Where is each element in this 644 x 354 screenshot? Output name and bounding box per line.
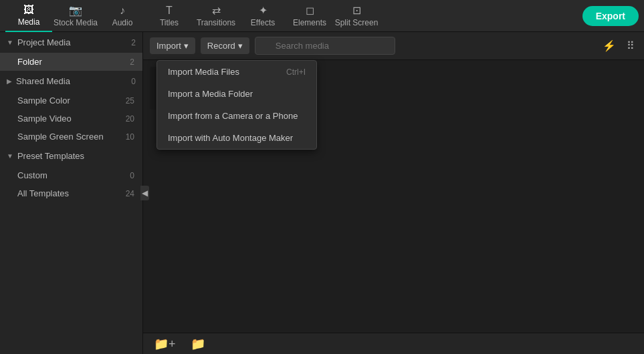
sidebar-preset-templates-label: Preset Templates	[17, 151, 84, 161]
dropdown-item-import-media-files[interactable]: Import Media Files Ctrl+I	[157, 61, 316, 83]
sidebar-item-custom[interactable]: Custom 0	[0, 166, 142, 184]
nav-transitions-label: Transitions	[197, 18, 235, 27]
nav-audio-label: Audio	[112, 18, 133, 27]
transitions-icon: ⇄	[212, 4, 221, 17]
nav-stock-media-label: Stock Media	[53, 18, 98, 27]
import-media-files-shortcut: Ctrl+I	[286, 67, 306, 77]
import-camera-phone-label: Import from a Camera or a Phone	[168, 111, 298, 121]
audio-icon: ♪	[120, 5, 125, 17]
import-button[interactable]: Import ▾	[150, 37, 195, 54]
sidebar-project-media-count: 2	[131, 38, 136, 47]
nav-titles[interactable]: T Titles	[146, 0, 193, 32]
import-label: Import	[156, 41, 181, 51]
nav-media-label: Media	[18, 17, 40, 27]
record-dropdown-icon: ▾	[238, 41, 243, 51]
sidebar: ▼ Project Media 2 Folder 2 ▶ Shared Medi…	[0, 32, 143, 354]
nav-effects[interactable]: ✦ Effects	[239, 0, 286, 32]
sidebar-shared-media-count: 0	[131, 77, 136, 86]
media-toolbar: Import ▾ Record ▾ 🔍 ⚡ ⠿	[143, 32, 644, 60]
sidebar-section-shared-media[interactable]: ▶ Shared Media 0	[0, 71, 142, 92]
nav-transitions[interactable]: ⇄ Transitions	[193, 0, 239, 32]
content-area: Import ▾ Record ▾ 🔍 ⚡ ⠿ Import Media Fil…	[143, 32, 644, 354]
sidebar-custom-label: Custom	[17, 170, 47, 180]
sidebar-project-media-label: Project Media	[17, 37, 70, 47]
sidebar-folder-count: 2	[130, 57, 134, 67]
split-screen-icon: ⊡	[352, 4, 361, 17]
sidebar-section-project-media[interactable]: ▼ Project Media 2	[0, 32, 142, 53]
import-media-folder-label: Import a Media Folder	[168, 89, 253, 99]
record-button[interactable]: Record ▾	[201, 37, 249, 54]
sidebar-sample-green-screen-count: 10	[126, 132, 134, 142]
sidebar-all-templates-label: All Templates	[17, 188, 69, 198]
dropdown-item-import-auto-montage[interactable]: Import with Auto Montage Maker	[157, 127, 316, 149]
filter-button[interactable]: ⚡	[600, 37, 619, 55]
nav-elements[interactable]: ◻ Elements	[286, 0, 333, 32]
sidebar-folder-label: Folder	[17, 57, 42, 67]
nav-elements-label: Elements	[293, 18, 326, 27]
sidebar-sample-green-screen-label: Sample Green Screen	[17, 132, 104, 142]
chevron-right-icon: ▶	[7, 77, 12, 85]
sidebar-shared-media-label: Shared Media	[16, 76, 70, 86]
media-icon: 🖼	[23, 4, 34, 16]
nav-stock-media[interactable]: 📷 Stock Media	[52, 0, 99, 32]
main-layout: ▼ Project Media 2 Folder 2 ▶ Shared Medi…	[0, 32, 644, 354]
nav-effects-label: Effects	[251, 18, 275, 27]
nav-audio[interactable]: ♪ Audio	[99, 0, 146, 32]
dropdown-item-import-media-folder[interactable]: Import a Media Folder	[157, 83, 316, 105]
sidebar-item-sample-green-screen[interactable]: Sample Green Screen 10	[0, 128, 142, 146]
import-media-files-label: Import Media Files	[168, 67, 239, 77]
chevron-down-icon2: ▼	[7, 152, 13, 160]
sidebar-all-templates-count: 24	[126, 189, 134, 198]
stock-media-icon: 📷	[69, 4, 82, 17]
effects-icon: ✦	[259, 4, 267, 17]
nav-titles-label: Titles	[160, 18, 179, 27]
import-dropdown-menu: Import Media Files Ctrl+I Import a Media…	[156, 60, 317, 150]
import-dropdown-icon: ▾	[184, 41, 189, 51]
nav-split-screen-label: Split Screen	[335, 18, 379, 27]
search-input[interactable]	[255, 37, 395, 55]
dropdown-item-import-camera-phone[interactable]: Import from a Camera or a Phone	[157, 105, 316, 127]
sidebar-item-all-templates[interactable]: All Templates 24	[0, 184, 142, 202]
top-navigation: 🖼 Media 📷 Stock Media ♪ Audio T Titles ⇄…	[0, 0, 644, 32]
search-wrapper: 🔍	[255, 37, 595, 55]
elements-icon: ◻	[306, 4, 314, 17]
collapse-sidebar-button[interactable]: ◀	[140, 186, 149, 200]
sidebar-section-preset-templates[interactable]: ▼ Preset Templates	[0, 146, 142, 166]
sidebar-custom-count: 0	[130, 171, 134, 180]
export-button[interactable]: Export	[582, 6, 639, 26]
nav-split-screen[interactable]: ⊡ Split Screen	[333, 0, 380, 32]
record-label: Record	[207, 41, 235, 51]
bottom-strip: 📁+ 📁	[143, 333, 644, 354]
sidebar-sample-video-label: Sample Video	[17, 114, 72, 124]
sidebar-item-sample-color[interactable]: Sample Color 25	[0, 92, 142, 110]
sidebar-sample-color-label: Sample Color	[17, 96, 70, 106]
nav-media[interactable]: 🖼 Media	[5, 0, 52, 32]
grid-view-button[interactable]: ⠿	[624, 37, 637, 55]
titles-icon: T	[166, 5, 173, 17]
import-auto-montage-label: Import with Auto Montage Maker	[168, 133, 293, 143]
sidebar-sample-video-count: 20	[126, 114, 134, 124]
add-folder-button[interactable]: 📁+	[150, 335, 180, 353]
chevron-down-icon: ▼	[7, 39, 13, 46]
folder-button[interactable]: 📁	[187, 335, 209, 353]
sidebar-item-sample-video[interactable]: Sample Video 20	[0, 110, 142, 128]
sidebar-collapse-arrow: ◀	[140, 32, 149, 354]
sidebar-item-folder[interactable]: Folder 2	[0, 53, 142, 71]
sidebar-sample-color-count: 25	[126, 96, 134, 106]
